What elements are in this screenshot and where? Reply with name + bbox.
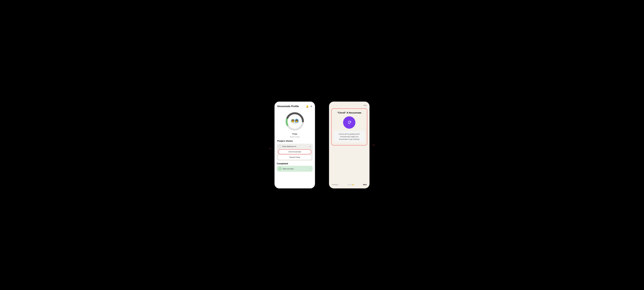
left-indicator-arrow: ← bbox=[269, 147, 272, 150]
tutorial-desc-box: Chores still not getting done? Anonymous… bbox=[334, 131, 365, 142]
completed-item-text: Take out trash bbox=[282, 168, 294, 170]
request-swap-button[interactable]: Request Swap bbox=[278, 155, 311, 160]
check-circle-icon: ✓ bbox=[279, 167, 282, 170]
chore-name: Clean Bathroom #1 bbox=[282, 146, 296, 148]
request-swap-link[interactable]: Request Swap bbox=[290, 136, 300, 138]
chore-expanded: Chroll housemate Request Swap bbox=[277, 149, 313, 161]
phone2-footer: Previous Next bbox=[329, 182, 370, 188]
phone2-wrapper: Skip "Chroll" A Housemate Chores bbox=[329, 102, 370, 188]
tutorial-card: "Chroll" A Housemate Chores still not ge… bbox=[331, 108, 367, 146]
dot-2 bbox=[349, 184, 350, 185]
chore-radio[interactable] bbox=[279, 145, 281, 148]
donut-chart: 🧑 👧 Group bbox=[284, 110, 306, 132]
completed-left: ✓ Take out trash bbox=[279, 167, 294, 170]
completed-chevron-icon[interactable]: ∨ bbox=[310, 168, 311, 170]
dot-1 bbox=[348, 184, 348, 185]
phone1: Housemate Profile 🔔 ⚙ ‹ bbox=[274, 102, 315, 188]
right-indicator-arrow: → bbox=[371, 143, 375, 147]
header-icons: 🔔 ⚙ bbox=[306, 105, 312, 108]
settings-icon[interactable]: ⚙ bbox=[310, 105, 312, 108]
chart-nav: ‹ 🧑 👧 bbox=[274, 110, 315, 132]
tutorial-description: Chores still not getting done? Anonymous… bbox=[338, 133, 360, 140]
phone1-wrapper: Housemate Profile 🔔 ⚙ ‹ bbox=[274, 102, 315, 188]
chore-header[interactable]: Clean Bathroom #1 ∧ bbox=[277, 144, 313, 149]
tutorial-title: "Chroll" A Housemate bbox=[337, 112, 361, 114]
completed-item: ✓ Take out trash ∨ bbox=[277, 166, 313, 172]
donut-center: 🧑 👧 Group bbox=[290, 118, 299, 124]
dot-4-active bbox=[352, 184, 354, 185]
skip-button[interactable]: Skip bbox=[364, 104, 367, 106]
phone1-header: Housemate Profile 🔔 ⚙ bbox=[274, 102, 315, 110]
notification-icon[interactable]: 🔔 bbox=[306, 105, 309, 108]
previous-button[interactable]: Previous bbox=[332, 184, 338, 186]
chore-card: Clean Bathroom #1 ∧ Chroll housemate Req… bbox=[277, 144, 313, 161]
completed-section: Completed ✓ Take out trash ∨ bbox=[274, 162, 315, 172]
phone2: Skip "Chroll" A Housemate Chores bbox=[329, 102, 370, 188]
avatars-group: 🧑 👧 bbox=[290, 118, 299, 123]
page-title: Housemate Profile bbox=[277, 105, 299, 108]
avatar-2: 👧 bbox=[294, 118, 299, 123]
person-name: Pooja bbox=[292, 133, 297, 135]
screens-container: Housemate Profile 🔔 ⚙ ‹ bbox=[274, 102, 370, 188]
chroll-housemate-button[interactable]: Chroll housemate bbox=[278, 149, 311, 154]
chore-header-left: Clean Bathroom #1 bbox=[279, 145, 296, 148]
group-label: Group bbox=[292, 123, 297, 124]
right-arrow-icon[interactable]: › bbox=[311, 120, 313, 123]
svg-point-3 bbox=[346, 120, 352, 125]
next-button[interactable]: Next bbox=[363, 184, 367, 186]
chores-section-title: Pooja's chores bbox=[274, 140, 315, 142]
chart-area: ‹ 🧑 👧 bbox=[274, 110, 315, 140]
dot-3 bbox=[351, 184, 352, 185]
chroll-icon-svg bbox=[346, 119, 353, 126]
pagination-dots bbox=[348, 184, 354, 185]
chore-chevron-icon[interactable]: ∧ bbox=[310, 146, 311, 148]
left-arrow-icon[interactable]: ‹ bbox=[277, 120, 278, 123]
chroll-icon bbox=[343, 116, 356, 129]
phone2-header: Skip bbox=[329, 102, 370, 108]
completed-section-title: Completed bbox=[277, 162, 313, 165]
